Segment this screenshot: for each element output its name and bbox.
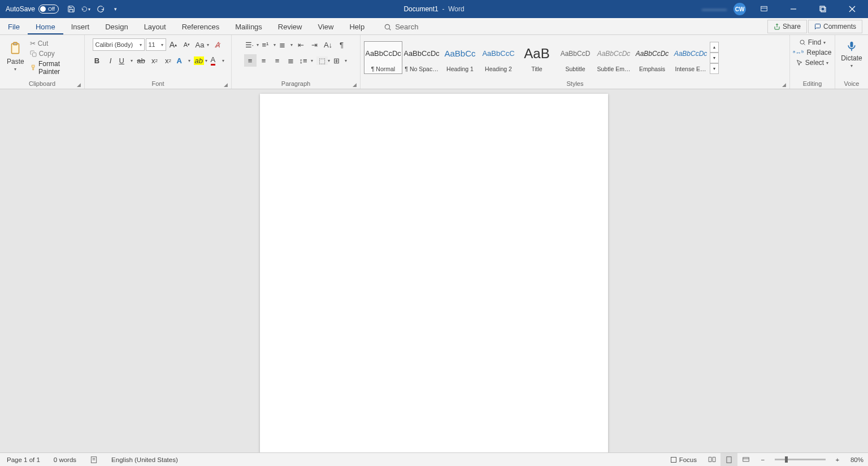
autosave[interactable]: AutoSave Off — [6, 5, 59, 14]
borders-button[interactable]: ⊞▾ — [332, 54, 348, 67]
clipboard-dialog-launcher[interactable]: ◢ — [77, 82, 81, 88]
tab-help[interactable]: Help — [341, 19, 372, 34]
styles-dialog-launcher[interactable]: ◢ — [782, 82, 786, 88]
focus-mode-button[interactable]: Focus — [663, 456, 704, 463]
italic-button[interactable]: I — [105, 54, 117, 67]
web-layout-button[interactable] — [737, 453, 754, 467]
change-case-button[interactable]: Aa▾ — [194, 38, 210, 51]
tab-file[interactable]: File — [0, 19, 28, 34]
decrease-indent-button[interactable]: ⇤ — [295, 38, 307, 51]
group-styles: AaBbCcDc¶ NormalAaBbCcDc¶ No Spac…AaBbCc… — [361, 35, 790, 89]
paste-button[interactable]: Paste ▾ — [3, 38, 28, 74]
subscript-button[interactable]: x2 — [149, 54, 161, 67]
user-avatar[interactable]: CW — [734, 3, 746, 15]
cut-button[interactable]: ✂Cut — [30, 40, 81, 47]
spell-check-icon[interactable] — [83, 456, 105, 464]
numbering-button[interactable]: ≡¹▾ — [261, 38, 277, 51]
tab-review[interactable]: Review — [270, 19, 310, 34]
grow-font-button[interactable]: A▴ — [167, 38, 180, 51]
style---normal[interactable]: AaBbCcDc¶ Normal — [364, 41, 402, 74]
copy-button[interactable]: Copy — [30, 50, 81, 58]
tab-mailings[interactable]: Mailings — [227, 19, 270, 34]
shading-button[interactable]: ⬚▾ — [315, 54, 331, 67]
style-preview: AaBbCcDc — [596, 43, 631, 64]
bold-button[interactable]: B — [91, 54, 103, 67]
style-intense-e-[interactable]: AaBbCcDcIntense E… — [671, 41, 710, 74]
styles-more-button[interactable]: ▾ — [710, 63, 719, 74]
save-icon[interactable] — [67, 5, 76, 14]
read-mode-button[interactable] — [704, 453, 721, 467]
autosave-toggle[interactable]: Off — [38, 5, 59, 14]
show-marks-button[interactable]: ¶ — [336, 38, 348, 51]
replace-button[interactable]: ᵃ↔ᵇReplace — [793, 49, 831, 56]
justify-button[interactable]: ≣ — [285, 54, 297, 67]
format-painter-button[interactable]: Format Painter — [30, 60, 81, 76]
align-center-button[interactable]: ≡ — [258, 54, 270, 67]
bullets-button[interactable]: ☰·▾ — [244, 38, 260, 51]
style-heading-1[interactable]: AaBbCcHeading 1 — [441, 41, 479, 74]
font-name-combo[interactable]: Calibri (Body)▾ — [93, 38, 145, 51]
dictate-button[interactable]: Dictate ▾ — [839, 36, 865, 79]
comments-button[interactable]: Comments — [808, 20, 862, 33]
shrink-font-button[interactable]: A▾ — [181, 38, 193, 51]
align-right-button[interactable]: ≡ — [271, 54, 284, 67]
tab-home[interactable]: Home — [28, 19, 63, 34]
tab-view[interactable]: View — [310, 19, 341, 34]
line-spacing-button[interactable]: ↕≡▾ — [298, 54, 314, 67]
page-count[interactable]: Page 1 of 1 — [0, 456, 47, 463]
style-preview: AaBbCcDc — [673, 43, 708, 64]
svg-rect-15 — [850, 42, 853, 47]
sort-button[interactable]: A↓ — [322, 38, 335, 51]
style-subtle-em-[interactable]: AaBbCcDcSubtle Em… — [594, 41, 633, 74]
document-area[interactable] — [0, 89, 868, 452]
zoom-thumb[interactable] — [785, 456, 788, 463]
styles-scroll-button[interactable]: ▾ — [710, 53, 719, 63]
increase-indent-button[interactable]: ⇥ — [309, 38, 321, 51]
language-button[interactable]: English (United States) — [105, 456, 185, 463]
style-label: Subtitle — [558, 66, 593, 72]
style-heading-2[interactable]: AaBbCcCHeading 2 — [479, 41, 518, 74]
close-icon[interactable] — [841, 0, 863, 18]
font-dialog-launcher[interactable]: ◢ — [224, 82, 228, 88]
clear-formatting-button[interactable]: A̷ — [211, 38, 224, 51]
align-left-button[interactable]: ≡ — [244, 54, 257, 67]
style-subtitle[interactable]: AaBbCcDSubtitle — [556, 41, 594, 74]
multilevel-list-button[interactable]: ≣▾ — [278, 38, 294, 51]
tab-design[interactable]: Design — [97, 19, 136, 34]
strikethrough-button[interactable]: ab — [135, 54, 147, 67]
find-button[interactable]: Find▾ — [799, 38, 826, 46]
select-button[interactable]: Select▾ — [796, 59, 828, 67]
superscript-button[interactable]: x2 — [162, 54, 175, 67]
undo-icon[interactable]: ▾ — [81, 5, 90, 14]
zoom-level[interactable]: 80% — [846, 456, 868, 463]
zoom-in-button[interactable]: + — [829, 453, 846, 467]
style---no-spac-[interactable]: AaBbCcDc¶ No Spac… — [402, 41, 441, 74]
text-effects-button[interactable]: A▾ — [176, 54, 192, 67]
underline-button[interactable]: U▾ — [118, 54, 134, 67]
font-size-combo[interactable]: 11▾ — [146, 38, 166, 51]
style-preview: AaBbCcD — [558, 43, 593, 64]
maximize-icon[interactable] — [811, 0, 834, 18]
style-label: Title — [519, 66, 554, 72]
customize-qat-icon[interactable]: ▾ — [111, 5, 120, 14]
minimize-icon[interactable] — [782, 0, 805, 18]
redo-icon[interactable] — [96, 5, 105, 14]
user-name[interactable]: ———— — [702, 6, 727, 12]
font-color-button[interactable]: A▾ — [210, 54, 225, 67]
zoom-out-button[interactable]: − — [754, 453, 771, 467]
zoom-slider[interactable] — [775, 459, 826, 460]
paragraph-dialog-launcher[interactable]: ◢ — [353, 82, 357, 88]
word-count[interactable]: 0 words — [47, 456, 83, 463]
share-button[interactable]: Share — [767, 20, 807, 33]
style-title[interactable]: AaBTitle — [518, 41, 556, 74]
page[interactable] — [260, 94, 608, 452]
style-emphasis[interactable]: AaBbCcDcEmphasis — [633, 41, 671, 74]
highlight-button[interactable]: ab▾ — [193, 54, 209, 67]
tab-references[interactable]: References — [174, 19, 227, 34]
tell-me-search[interactable]: Search — [384, 23, 418, 34]
print-layout-button[interactable] — [721, 453, 737, 467]
tab-insert[interactable]: Insert — [63, 19, 98, 34]
tab-layout[interactable]: Layout — [136, 19, 174, 34]
ribbon-display-icon[interactable] — [753, 0, 775, 18]
styles-scroll-button[interactable]: ▴ — [710, 42, 719, 53]
